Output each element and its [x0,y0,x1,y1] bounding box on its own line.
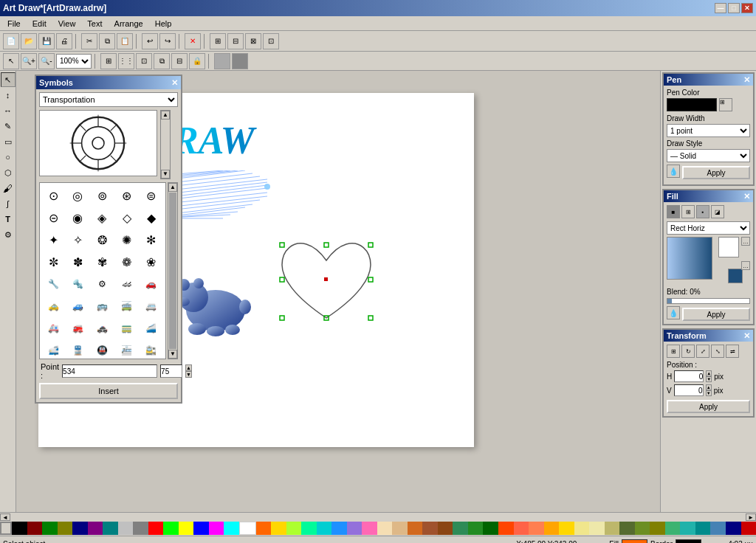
sym-13[interactable]: ❂ [91,229,113,250]
sym-35[interactable]: 🚄 [140,318,162,339]
pen-eyedrop-icon[interactable]: 💧 [667,165,680,178]
sym-25[interactable]: 🚗 [140,274,162,294]
sym-38[interactable]: 🚇 [91,340,113,359]
color-darkcyan[interactable] [695,522,711,535]
sym-29[interactable]: 🚎 [116,296,138,317]
color-black[interactable] [12,522,27,535]
tb-btn-4[interactable]: ⊡ [263,33,279,49]
sym-1[interactable]: ⊙ [42,185,64,206]
fill-apply-button[interactable]: Apply [682,308,750,321]
size-down[interactable]: ▼ [185,371,192,378]
sym-30[interactable]: 🚐 [140,296,162,317]
grid-btn[interactable]: ⋮⋮ [118,53,134,69]
h-down[interactable]: ▼ [706,376,712,382]
sym-4[interactable]: ⊛ [116,185,138,206]
open-button[interactable]: 📂 [21,33,37,49]
fill-dark-swatch[interactable] [728,269,743,283]
symbols-close-icon[interactable]: ✕ [171,78,178,88]
transform-flip-icon[interactable]: ⇌ [726,345,739,358]
grid-scroll-up[interactable]: ▲ [168,183,177,192]
menu-help[interactable]: Help [149,18,178,30]
color-gold[interactable] [271,522,286,535]
v-up[interactable]: ▲ [706,384,712,390]
fill-panel-close[interactable]: ✕ [743,192,750,201]
sym-10[interactable]: ◆ [140,207,162,228]
transform-rotate-icon[interactable]: ↻ [681,345,695,358]
color-tomato[interactable] [514,522,529,535]
settings-tool[interactable]: ⚙ [1,227,16,242]
color-coral[interactable] [529,522,544,535]
move-tool[interactable]: ↕ [1,88,16,103]
menu-file[interactable]: File [1,18,27,30]
tb-btn-3[interactable]: ⊠ [245,33,261,49]
pen-color-swatch[interactable] [667,98,717,111]
color-mediumpurple[interactable] [347,522,362,535]
blend-slider[interactable] [667,298,750,304]
fill-dots-btn-1[interactable]: … [741,237,750,246]
transform-move-icon[interactable]: ⊞ [667,345,680,358]
color-hotpink[interactable] [362,522,377,535]
color-white[interactable] [239,522,256,535]
fill-type-select[interactable]: Rect Horiz Rect Vert Radial Solid [667,221,750,235]
size-up[interactable]: ▲ [185,364,192,371]
undo-button[interactable]: ↩ [142,33,158,49]
sym-5[interactable]: ⊜ [140,185,162,206]
group-btn[interactable]: ⧉ [154,53,170,69]
pen-tool[interactable]: ✎ [1,119,16,134]
sym-12[interactable]: ✧ [66,229,89,250]
scrollbar-down[interactable]: ▼ [161,170,170,179]
fill-special-icon[interactable]: ◪ [711,205,724,218]
sym-2[interactable]: ◎ [66,185,89,206]
rect-tool[interactable]: ▭ [1,134,16,149]
pen-color-picker[interactable]: ⊞ [719,98,732,111]
h-input[interactable] [674,370,704,382]
pen-panel-titlebar[interactable]: Pen ✕ [664,74,753,86]
color-palegoldenrod[interactable] [589,522,605,535]
color-seagreen[interactable] [453,522,468,535]
new-button[interactable]: 📄 [3,33,19,49]
sym-26[interactable]: 🚕 [42,296,64,317]
color-khaki[interactable] [574,522,590,535]
fill-dots-btn-2[interactable]: … [741,261,750,270]
color-dodgerblue[interactable] [331,522,347,535]
zoom-select[interactable]: 100% 50% 150% 200% [56,54,92,69]
status-border-swatch[interactable] [676,539,701,544]
insert-button[interactable]: Insert [39,383,178,399]
transform-panel-close[interactable]: ✕ [743,331,750,341]
shade-btn-1[interactable] [214,53,230,69]
zoom-out[interactable]: 🔍- [38,53,55,69]
resize-tool[interactable]: ↔ [1,103,16,118]
sym-6[interactable]: ⊝ [42,207,64,228]
v-down[interactable]: ▼ [706,390,712,396]
close-button[interactable]: ✕ [741,3,753,13]
save-button[interactable]: 💾 [38,33,55,49]
fill-panel-titlebar[interactable]: Fill ✕ [664,190,753,202]
sym-32[interactable]: 🚒 [66,318,89,339]
pen-panel-close[interactable]: ✕ [743,75,750,85]
color-fuchsia[interactable] [209,522,224,535]
color-medseagreen[interactable] [665,522,681,535]
color-red[interactable] [148,522,164,535]
sym-3[interactable]: ⊚ [91,185,113,206]
sym-40[interactable]: 🚉 [140,340,162,359]
transform-skew-icon[interactable]: ⤡ [711,345,724,358]
transform-scale-icon[interactable]: ⤢ [696,345,709,358]
fill-gray-icon[interactable]: ▪ [696,205,709,218]
sym-18[interactable]: ✾ [91,252,113,272]
paint-tool[interactable]: 🖌 [1,181,16,196]
point-input[interactable] [62,364,157,378]
sym-23[interactable]: ⚙ [91,274,113,294]
menu-view[interactable]: View [52,18,82,30]
print-button[interactable]: 🖨 [56,33,72,49]
sym-22[interactable]: 🔩 [66,274,89,294]
ellipse-tool[interactable]: ○ [1,150,16,165]
grid-scrollbar[interactable]: ▲ ▼ [168,182,178,359]
color-silver[interactable] [118,522,134,535]
size-input[interactable] [160,364,182,378]
sym-17[interactable]: ✽ [66,252,89,272]
color-green[interactable] [42,522,58,535]
h-spinner[interactable]: ▲ ▼ [706,370,712,382]
color-greenyellow[interactable] [286,522,302,535]
h-up[interactable]: ▲ [706,370,712,376]
color-steelblue[interactable] [710,522,726,535]
